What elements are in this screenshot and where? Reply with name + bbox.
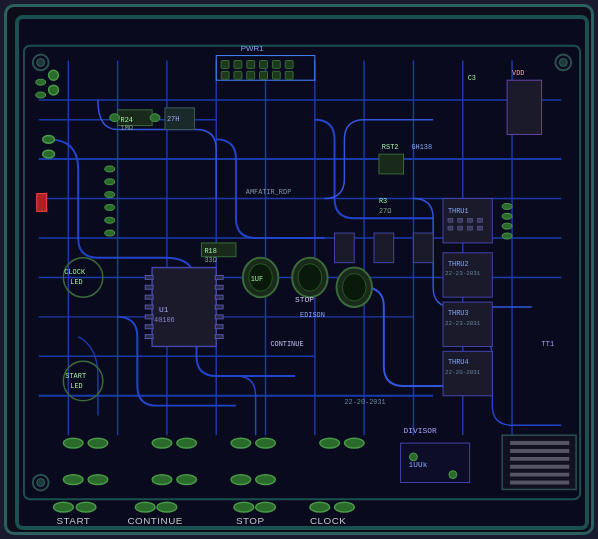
svg-text:THRU3: THRU3 [448, 309, 469, 317]
svg-rect-58 [215, 295, 223, 299]
svg-point-165 [105, 217, 115, 223]
svg-rect-62 [215, 335, 223, 339]
svg-point-128 [177, 475, 197, 485]
svg-point-121 [231, 438, 251, 448]
svg-point-147 [54, 502, 74, 512]
svg-point-37 [43, 135, 55, 143]
svg-rect-28 [285, 60, 293, 68]
svg-text:STOP: STOP [236, 515, 265, 526]
svg-rect-34 [285, 71, 293, 79]
svg-point-161 [105, 166, 115, 172]
svg-rect-51 [145, 295, 153, 299]
svg-text:GH138: GH138 [411, 143, 432, 151]
svg-point-124 [344, 438, 364, 448]
svg-rect-111 [37, 194, 47, 212]
svg-rect-30 [234, 71, 242, 79]
svg-point-149 [135, 502, 155, 512]
svg-text:33Ω: 33Ω [204, 256, 216, 264]
svg-rect-33 [272, 71, 280, 79]
svg-point-40 [110, 114, 120, 122]
svg-text:R24: R24 [121, 116, 133, 124]
svg-rect-59 [215, 305, 223, 309]
svg-rect-70 [458, 226, 463, 230]
svg-rect-61 [215, 325, 223, 329]
svg-text:1UF: 1UF [251, 275, 263, 283]
svg-text:START: START [65, 372, 86, 380]
svg-rect-68 [478, 218, 483, 222]
svg-text:START: START [56, 515, 90, 526]
svg-point-130 [256, 475, 276, 485]
svg-point-120 [177, 438, 197, 448]
svg-text:LED: LED [70, 382, 82, 390]
svg-text:AMFATIR_RDP: AMFATIR_RDP [246, 188, 292, 196]
svg-rect-50 [145, 285, 153, 289]
svg-text:PWR1: PWR1 [241, 44, 264, 53]
svg-point-119 [152, 438, 172, 448]
svg-rect-31 [247, 71, 255, 79]
svg-point-156 [37, 59, 45, 67]
svg-text:1UUk: 1UUk [408, 460, 427, 469]
svg-rect-60 [215, 315, 223, 319]
svg-point-151 [234, 502, 254, 512]
svg-point-38 [43, 150, 55, 158]
svg-point-154 [335, 502, 355, 512]
svg-rect-54 [145, 325, 153, 329]
svg-text:CONTINUE: CONTINUE [127, 515, 182, 526]
svg-point-36 [49, 85, 59, 95]
svg-rect-65 [448, 218, 453, 222]
svg-text:TT1: TT1 [542, 340, 554, 348]
svg-text:EDISON: EDISON [300, 311, 325, 319]
svg-point-134 [409, 453, 417, 461]
svg-rect-97 [374, 233, 394, 263]
svg-text:THRU4: THRU4 [448, 358, 469, 366]
svg-point-166 [105, 230, 115, 236]
svg-point-169 [502, 223, 512, 229]
svg-rect-67 [468, 218, 473, 222]
svg-text:CONTINUE: CONTINUE [270, 340, 303, 348]
svg-text:THRU1: THRU1 [448, 207, 469, 215]
svg-rect-55 [145, 335, 153, 339]
svg-rect-25 [247, 60, 255, 68]
svg-text:CLOCK: CLOCK [64, 268, 86, 276]
svg-rect-32 [260, 71, 268, 79]
svg-rect-96 [335, 233, 355, 263]
svg-rect-98 [413, 233, 433, 263]
svg-point-115 [36, 79, 46, 85]
svg-rect-27 [272, 60, 280, 68]
svg-point-35 [49, 70, 59, 80]
svg-point-41 [150, 114, 160, 122]
svg-text:R18: R18 [204, 247, 216, 255]
svg-text:22-23-2031: 22-23-2031 [445, 270, 481, 277]
svg-rect-53 [145, 315, 153, 319]
svg-text:27Ω: 27Ω [379, 207, 391, 215]
svg-point-150 [157, 502, 177, 512]
svg-point-135 [449, 471, 457, 479]
svg-point-162 [105, 179, 115, 185]
svg-text:22-20-2031: 22-20-2031 [445, 369, 481, 376]
svg-point-125 [63, 475, 83, 485]
svg-point-160 [37, 479, 45, 487]
svg-text:C3: C3 [468, 74, 476, 82]
svg-point-122 [256, 438, 276, 448]
svg-point-170 [502, 233, 512, 239]
svg-point-126 [88, 475, 108, 485]
svg-text:VDD: VDD [512, 69, 524, 77]
svg-rect-29 [221, 71, 229, 79]
svg-text:STOP: STOP [295, 295, 314, 304]
svg-point-127 [152, 475, 172, 485]
svg-point-118 [88, 438, 108, 448]
svg-rect-52 [145, 305, 153, 309]
svg-text:40106: 40106 [154, 316, 175, 324]
svg-rect-72 [478, 226, 483, 230]
svg-point-163 [105, 192, 115, 198]
svg-text:27H: 27H [167, 115, 179, 123]
svg-text:CLOCK: CLOCK [310, 515, 346, 526]
svg-point-93 [298, 264, 322, 292]
svg-rect-69 [448, 226, 453, 230]
svg-text:LED: LED [70, 278, 82, 286]
svg-point-152 [256, 502, 276, 512]
svg-text:DIVISOR: DIVISOR [404, 426, 437, 435]
svg-point-158 [559, 59, 567, 67]
svg-point-129 [231, 475, 251, 485]
svg-rect-109 [507, 80, 542, 134]
